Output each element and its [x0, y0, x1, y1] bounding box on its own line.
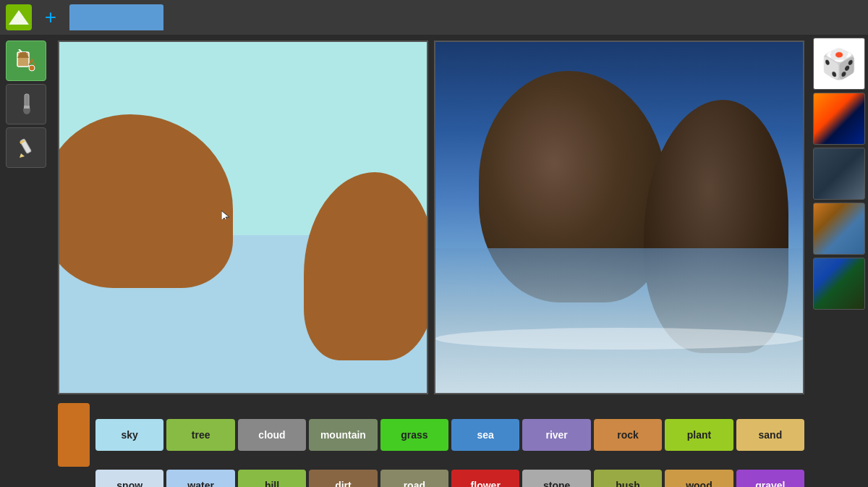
palette-btn-bush[interactable]: bush — [594, 470, 662, 487]
active-tab[interactable] — [69, 4, 163, 30]
palette-btn-road[interactable]: road — [380, 470, 448, 487]
svg-point-4 — [29, 65, 35, 71]
thumbnail-4[interactable] — [813, 258, 865, 310]
palette-btn-tree[interactable]: tree — [166, 419, 234, 451]
add-button[interactable]: + — [38, 4, 64, 30]
palette-btn-gravel[interactable]: gravel — [736, 470, 804, 487]
sketch-canvas[interactable] — [58, 41, 428, 394]
result-water — [435, 248, 803, 393]
thumbnail-2[interactable] — [813, 148, 865, 200]
palette-btn-sea[interactable]: sea — [451, 419, 519, 451]
palette-btn-dirt[interactable]: dirt — [309, 470, 377, 487]
svg-rect-8 — [20, 139, 31, 154]
canvas-area: sky tree cloud mountain grass sea river … — [52, 35, 810, 487]
palette-btn-rock[interactable]: rock — [594, 419, 662, 451]
dice-icon: 🎲 — [821, 47, 857, 81]
palette-btn-sky[interactable]: sky — [95, 419, 163, 451]
main-content: sky tree cloud mountain grass sea river … — [0, 35, 868, 487]
active-color-swatch[interactable] — [58, 403, 90, 467]
brush-tool[interactable] — [6, 84, 46, 124]
pencil-tool[interactable] — [6, 127, 46, 168]
palette-btn-snow[interactable]: snow — [95, 470, 163, 487]
palette-btn-wood[interactable]: wood — [665, 470, 733, 487]
paint-bucket-tool[interactable] — [6, 41, 46, 81]
result-foam — [435, 328, 803, 350]
palette-btn-river[interactable]: river — [522, 419, 590, 451]
svg-marker-0 — [9, 10, 29, 25]
palette-btn-sand[interactable]: sand — [736, 419, 804, 451]
right-panel: 🎲 — [810, 35, 868, 487]
svg-rect-7 — [24, 106, 30, 109]
palette-row-1: sky tree cloud mountain grass sea river … — [58, 403, 804, 467]
palette-btn-flower[interactable]: flower — [451, 470, 519, 487]
palette-row-2: snow water hill dirt road flower stone b… — [58, 470, 804, 487]
svg-rect-5 — [25, 94, 29, 107]
left-toolbar — [0, 35, 52, 487]
palette-btn-mountain[interactable]: mountain — [309, 419, 377, 451]
palette-btn-plant[interactable]: plant — [665, 419, 733, 451]
thumbnail-3[interactable] — [813, 203, 865, 255]
palette-btn-stone[interactable]: stone — [522, 470, 590, 487]
thumbnail-1[interactable] — [813, 93, 865, 145]
nvidia-logo — [6, 4, 32, 30]
bottom-palette: sky tree cloud mountain grass sea river … — [52, 400, 810, 487]
top-bar: + — [0, 0, 868, 35]
result-canvas — [434, 41, 804, 394]
palette-btn-water[interactable]: water — [166, 470, 234, 487]
canvas-pair — [52, 35, 810, 400]
random-thumbnail[interactable]: 🎲 — [813, 38, 865, 90]
svg-marker-9 — [20, 153, 25, 158]
palette-btn-hill[interactable]: hill — [238, 470, 306, 487]
palette-btn-cloud[interactable]: cloud — [238, 419, 306, 451]
palette-btn-grass[interactable]: grass — [380, 419, 448, 451]
